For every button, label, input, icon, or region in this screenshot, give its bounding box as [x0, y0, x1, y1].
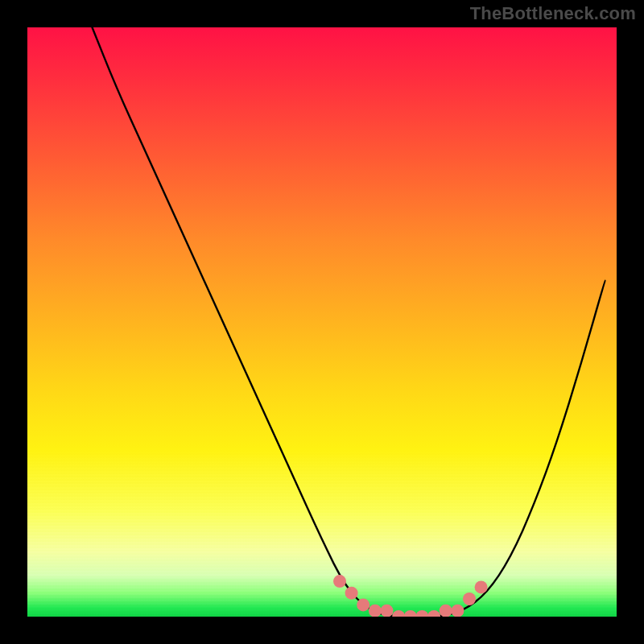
optimal-marker: [451, 605, 464, 617]
optimal-marker: [463, 592, 476, 605]
chart-frame: TheBottleneck.com: [0, 0, 644, 644]
optimal-marker: [369, 605, 382, 617]
plot-area: [27, 27, 617, 617]
optimal-marker: [381, 605, 394, 617]
optimal-marker: [475, 580, 488, 593]
optimal-marker: [333, 575, 346, 588]
optimal-marker: [427, 610, 440, 617]
bottleneck-curve: [93, 27, 605, 617]
watermark-text: TheBottleneck.com: [470, 3, 636, 24]
optimal-marker: [440, 605, 452, 617]
optimal-marker: [357, 598, 369, 611]
optimal-marker: [404, 610, 417, 617]
optimal-range-markers: [333, 575, 488, 617]
optimal-marker: [345, 587, 358, 600]
optimal-marker: [415, 610, 428, 617]
curve-layer: [27, 27, 617, 617]
optimal-marker: [392, 610, 405, 617]
